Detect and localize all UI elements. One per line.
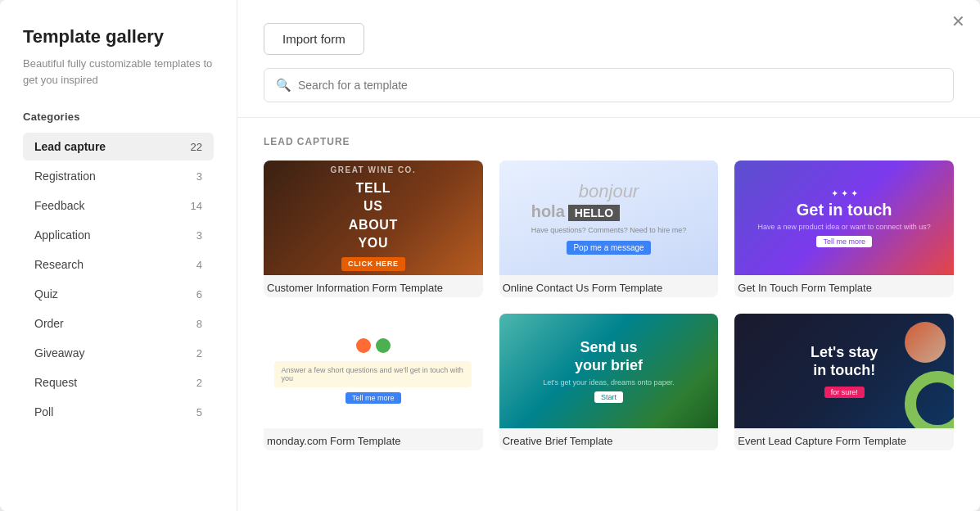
search-bar: 🔍 <box>264 68 954 102</box>
template-card[interactable]: bonjour holaHELLO Have questions? Commen… <box>499 161 719 297</box>
template-name: Event Lead Capture Form Template <box>734 428 954 450</box>
sidebar-subtitle: Beautiful fully customizable templates t… <box>23 56 214 88</box>
category-name: Registration <box>34 170 96 183</box>
template-name: Get In Touch Form Template <box>734 275 954 297</box>
search-input[interactable] <box>298 79 942 92</box>
category-count: 3 <box>196 170 202 183</box>
sidebar: Template gallery Beautiful fully customi… <box>0 0 237 511</box>
template-card[interactable]: Answer a few short questions and we'll g… <box>264 314 483 450</box>
template-card[interactable]: GREAT WINE CO. tellusaboutyou click here… <box>264 161 483 297</box>
category-name: Giveaway <box>34 346 84 360</box>
template-name: Online Contact Us Form Template <box>499 275 719 297</box>
categories-list: Lead capture22Registration3Feedback14App… <box>23 133 214 426</box>
category-name: Application <box>34 228 91 242</box>
category-name: Research <box>34 258 84 271</box>
sidebar-item-quiz[interactable]: Quiz6 <box>23 280 214 308</box>
section-label: LEAD CAPTURE <box>264 136 954 147</box>
sidebar-item-application[interactable]: Application3 <box>23 221 214 249</box>
search-icon: 🔍 <box>276 78 291 93</box>
category-count: 8 <box>196 318 202 330</box>
category-count: 22 <box>191 141 202 153</box>
main-header: Import form 🔍 <box>237 0 980 118</box>
sidebar-item-order[interactable]: Order8 <box>23 310 214 337</box>
categories-label: Categories <box>23 111 214 123</box>
main-content: LEAD CAPTURE GREAT WINE CO. tellusabouty… <box>237 118 980 511</box>
category-name: Order <box>34 317 64 330</box>
category-count: 5 <box>196 406 202 418</box>
category-count: 4 <box>196 259 202 271</box>
template-name: Customer Information Form Template <box>264 275 483 297</box>
sidebar-item-feedback[interactable]: Feedback14 <box>23 192 214 219</box>
templates-grid: GREAT WINE CO. tellusaboutyou click here… <box>264 161 954 450</box>
template-gallery-modal: ✕ Template gallery Beautiful fully custo… <box>0 0 980 511</box>
import-form-button[interactable]: Import form <box>264 23 364 55</box>
category-count: 14 <box>191 200 202 212</box>
sidebar-item-poll[interactable]: Poll5 <box>23 398 214 426</box>
sidebar-item-request[interactable]: Request2 <box>23 369 214 396</box>
category-name: Lead capture <box>34 140 106 153</box>
category-count: 6 <box>196 288 202 301</box>
category-name: Quiz <box>34 287 58 301</box>
sidebar-item-giveaway[interactable]: Giveaway2 <box>23 339 214 367</box>
main-panel: Import form 🔍 LEAD CAPTURE GREAT WINE CO… <box>237 0 980 511</box>
category-name: Request <box>34 376 77 389</box>
category-count: 2 <box>196 347 202 360</box>
template-card[interactable]: Let's stayin touch! for sure! Event Lead… <box>734 314 954 450</box>
sidebar-title: Template gallery <box>23 26 214 47</box>
sidebar-item-registration[interactable]: Registration3 <box>23 162 214 190</box>
sidebar-item-lead-capture[interactable]: Lead capture22 <box>23 133 214 161</box>
close-button[interactable]: ✕ <box>951 11 965 31</box>
category-name: Feedback <box>34 199 84 212</box>
template-name: Creative Brief Template <box>499 428 719 450</box>
sidebar-item-research[interactable]: Research4 <box>23 251 214 278</box>
template-card[interactable]: Send usyour brief Let's get your ideas, … <box>499 314 719 450</box>
template-name: monday.com Form Template <box>264 428 483 450</box>
category-name: Poll <box>34 405 53 418</box>
template-card[interactable]: ✦ ✦ ✦ Get in touch Have a new product id… <box>734 161 954 297</box>
category-count: 3 <box>196 229 202 242</box>
category-count: 2 <box>196 377 202 389</box>
